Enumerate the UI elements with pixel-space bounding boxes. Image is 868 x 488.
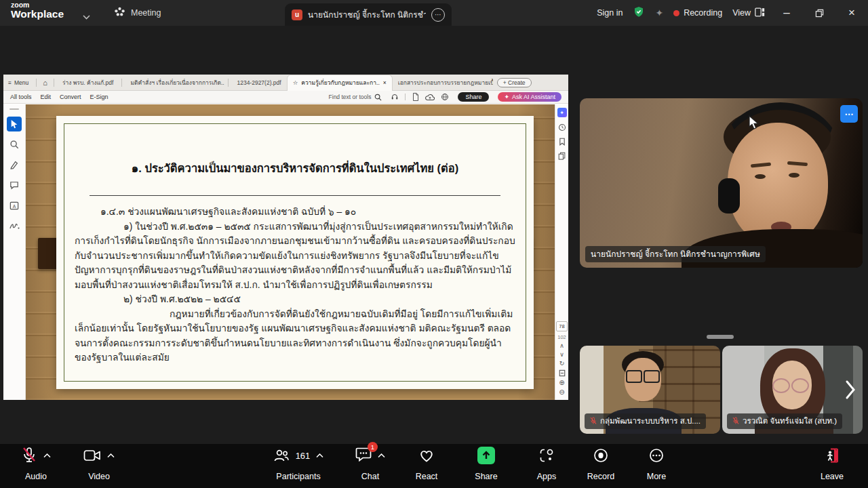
bookmark-icon[interactable] (559, 138, 566, 146)
more-button[interactable]: More (633, 446, 680, 481)
speaker-feature (755, 174, 766, 179)
rail-grip[interactable] (9, 108, 19, 110)
pdf-share-button[interactable]: Share (458, 92, 489, 102)
pdf-right-toolrail: ✦ 78 102 ∧ ∨ ↻ ⊕ ⊖ (555, 104, 568, 400)
more-icon (648, 447, 665, 464)
shared-screen-tab[interactable]: u นายนักปราชญ์ จี้กระโทก นิติกรชำนาญ ⋯ (285, 3, 452, 26)
zoom-workplace-logo: zoom Workplace (11, 1, 64, 20)
pdf-doc-tab-active[interactable]: ☆ ความรู้เกี่ยวกับกฎหมายและกา.. × (287, 75, 393, 91)
home-icon[interactable]: ⌂ (39, 79, 51, 87)
find-text-button[interactable]: Find text or tools (329, 94, 382, 101)
recording-indicator[interactable]: Recording (673, 8, 722, 18)
share-label: Share (475, 472, 497, 481)
pdf-doc-tab-2[interactable]: มติคำสั่งฯ เรื่องเกี่ยวเนื่องจากการเกิด.… (125, 78, 225, 87)
pan-zoom-tool-icon[interactable] (7, 137, 22, 152)
video-main-speaker[interactable]: ⋯ นายนักปราชญ์ จี้กระโทก นิติกรชำนาญการพ… (580, 98, 863, 268)
audio-label: Audio (25, 472, 47, 481)
cloud-upload-icon[interactable] (425, 94, 435, 101)
shared-pdf-window: ≡ Menu ⌂ ร่าง พรบ. ค้างแก้.pdf มติคำสั่ง… (3, 75, 568, 400)
zoom-out-icon[interactable]: ⊖ (559, 389, 564, 396)
sign-in-button[interactable]: Sign in (597, 8, 623, 18)
document-icon[interactable] (412, 93, 419, 101)
shield-check-icon[interactable] (633, 5, 645, 20)
page-down-icon[interactable]: ∨ (559, 352, 564, 358)
thumb2-name: วรวณิต จันทร์แจ่มใส (สบท.) (743, 415, 837, 427)
react-button[interactable]: React (403, 446, 450, 481)
pdf-doc-tab-3[interactable]: 1234-2927(2).pdf (231, 79, 286, 86)
glasses (644, 370, 660, 383)
signature-tool-icon[interactable] (7, 218, 22, 233)
pdf-doc-tab-5[interactable]: เอกสารประกอบการบรรยายกฎหมายเบื้อ.. (393, 78, 493, 87)
active-tab-title: ความรู้เกี่ยวกับกฎหมายและกา.. (301, 78, 379, 87)
more-label: More (647, 472, 666, 481)
rotate-icon[interactable]: ↻ (559, 361, 565, 367)
select-tool-button[interactable] (7, 117, 22, 131)
search-icon (374, 94, 382, 101)
people-icon (114, 6, 125, 20)
chevron-up-icon[interactable] (378, 453, 385, 458)
close-tab-icon[interactable]: × (383, 79, 387, 86)
view-button[interactable]: View (732, 7, 765, 19)
view-label: View (732, 8, 751, 18)
ai-assistant-panel-icon[interactable]: ✦ (557, 108, 567, 117)
panel-drag-handle[interactable] (707, 335, 734, 339)
create-button[interactable]: + Create (497, 78, 532, 87)
participants-button[interactable]: 161 Participants (256, 446, 340, 481)
zoom-meeting-window: zoom Workplace Meeting u นายนักปราชญ์ จี… (0, 0, 868, 488)
read-aloud-icon[interactable] (391, 93, 399, 101)
ask-ai-assistant-button[interactable]: ✦ Ask AI Assistant (498, 92, 561, 102)
chevron-up-icon[interactable] (107, 453, 115, 458)
pdf-quick-icons (391, 93, 449, 101)
apps-icon (538, 447, 555, 464)
menu-convert[interactable]: Convert (60, 94, 81, 100)
divider (228, 79, 229, 87)
history-icon[interactable] (558, 123, 566, 131)
pdf-menu-button[interactable]: ≡ Menu (3, 79, 33, 86)
mic-muted-icon (21, 447, 37, 464)
pdf-doc-tab-1[interactable]: ร่าง พรบ. ค้างแก้.pdf (57, 78, 119, 87)
leave-button[interactable]: Leave (808, 446, 856, 481)
chevron-up-icon[interactable] (43, 453, 51, 458)
menu-esign[interactable]: E-Sign (90, 94, 108, 100)
share-screen-icon (477, 447, 495, 464)
chevron-up-icon[interactable] (316, 453, 323, 458)
zoom-in-icon[interactable]: ⊕ (559, 380, 564, 386)
audio-button[interactable]: Audio (7, 446, 65, 481)
comment-tool-icon[interactable] (7, 178, 22, 192)
chat-button[interactable]: 1 Chat (343, 446, 397, 481)
pdf-toolbar: All tools Edit Convert E-Sign Find text … (3, 91, 568, 104)
page-up-icon[interactable]: ∧ (559, 343, 564, 349)
video-thumbnail-2[interactable]: วรวณิต จันทร์แจ่มใส (สบท.) (722, 346, 863, 434)
slide-title: ๑. ประวัติความเป็นมาของการบริหารจัดการที… (83, 159, 507, 177)
apps-button[interactable]: Apps (523, 446, 570, 481)
meeting-tab-label: Meeting (131, 8, 161, 18)
minimize-button[interactable]: – (770, 0, 803, 26)
pdf-menu-label: Menu (14, 79, 28, 86)
fit-page-icon[interactable] (559, 369, 566, 377)
pages-icon[interactable] (558, 152, 566, 160)
menu-all-tools[interactable]: All tools (10, 94, 32, 100)
globe-icon[interactable] (441, 93, 449, 101)
svg-text:A: A (13, 203, 16, 208)
tab-meeting[interactable]: Meeting (114, 0, 161, 26)
stamp-tool-icon[interactable]: A (7, 198, 22, 213)
video-more-button[interactable]: ⋯ (840, 105, 858, 123)
video-button[interactable]: Video (71, 446, 127, 481)
close-button[interactable]: × (835, 0, 868, 26)
next-videos-chevron[interactable] (845, 380, 856, 403)
participants-count: 161 (296, 451, 311, 461)
record-icon (593, 447, 609, 464)
menu-edit[interactable]: Edit (41, 94, 52, 100)
star-icon[interactable]: ☆ (293, 79, 298, 86)
highlight-tool-icon[interactable] (7, 157, 22, 172)
shared-tab-more-icon[interactable]: ⋯ (431, 8, 445, 22)
pdf-page-canvas[interactable]: ๑. ประวัติความเป็นมาของการบริหารจัดการที… (26, 104, 555, 400)
page-number-input[interactable]: 78 (556, 321, 568, 331)
restore-button[interactable] (803, 0, 835, 26)
share-button[interactable]: Share (462, 446, 510, 481)
video-thumbnail-1[interactable]: กลุ่มพัฒนาระบบบริหาร ส.ป.... (580, 346, 720, 434)
record-button[interactable]: Record (577, 446, 625, 481)
ai-companion-icon[interactable]: ✦ (655, 7, 663, 18)
ai-label: Ask AI Assistant (512, 94, 555, 100)
chevron-down-icon[interactable] (83, 10, 90, 22)
